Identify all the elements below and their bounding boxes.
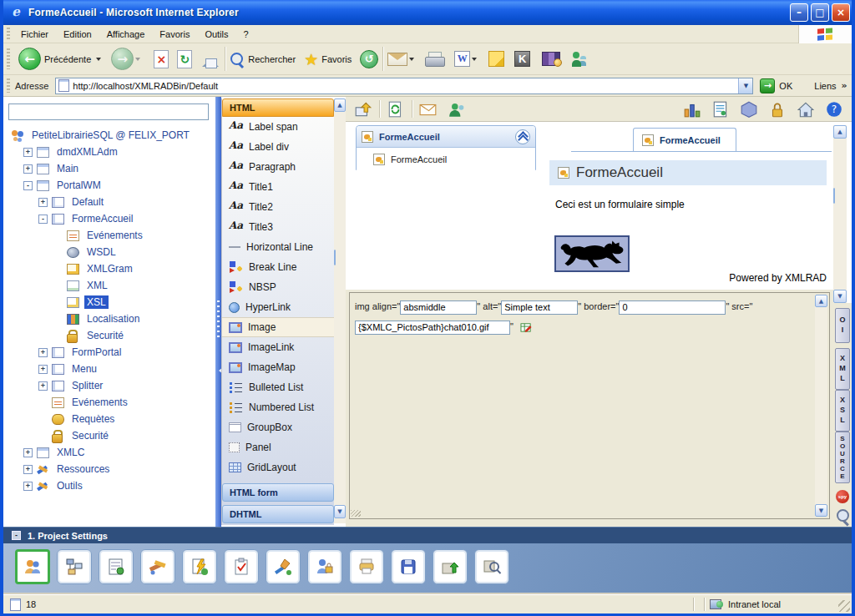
tree-filter-input[interactable] [8, 104, 209, 120]
print-button[interactable] [424, 52, 444, 67]
palette-item-bulleted-list[interactable]: Bulleted List [222, 377, 334, 397]
palette-item-image[interactable]: Image [222, 317, 334, 337]
tree-item-xmlgram[interactable]: XMLGram [3, 260, 215, 277]
palette-item-imagelink[interactable]: ImageLink [222, 337, 334, 357]
tree-item-xml[interactable]: XML [3, 277, 215, 294]
tab-formeaccueil[interactable]: FormeAccueil [633, 128, 736, 152]
tree-item-default[interactable]: +Default [3, 194, 215, 210]
messenger-icon[interactable] [572, 51, 589, 67]
collapse-icon[interactable]: - [38, 215, 48, 224]
scroll-up-icon[interactable] [833, 125, 847, 139]
zoom-icon[interactable] [835, 508, 850, 525]
palette-group-html-form[interactable]: HTML form [222, 483, 334, 502]
tree-item-xsl[interactable]: XSL [3, 294, 215, 311]
help-icon[interactable]: ? [825, 101, 843, 118]
word-dropdown-icon[interactable] [472, 58, 477, 63]
go-button[interactable]: → OK [760, 78, 792, 93]
expand-icon[interactable]: + [23, 448, 33, 457]
tree-item-main[interactable]: +Main [3, 160, 215, 177]
scroll-down-icon[interactable] [833, 290, 847, 303]
palette-item-groupbox[interactable]: GroupBox [222, 417, 334, 437]
tree-item-localisation[interactable]: Localisation [3, 311, 215, 327]
palette-item-title2[interactable]: Title2 [222, 197, 334, 217]
step-inspect-button[interactable] [474, 549, 509, 584]
tree-item-formportal[interactable]: +FormPortal [3, 344, 215, 361]
mail-dropdown-icon[interactable] [409, 58, 414, 63]
edit-word-button[interactable]: W [454, 51, 480, 67]
step-security-button[interactable] [307, 549, 342, 584]
scroll-thumb[interactable] [833, 188, 835, 204]
edit-attribute-icon[interactable] [520, 321, 533, 333]
expand-icon[interactable]: + [23, 465, 33, 474]
spy-icon[interactable]: spy [836, 490, 849, 503]
address-input[interactable] [73, 79, 738, 93]
expand-icon[interactable]: + [23, 164, 33, 174]
menu-fichier[interactable]: Fichier [13, 25, 56, 43]
step-generation-button[interactable] [182, 549, 217, 584]
tree-item-portalwm[interactable]: -PortalWM [3, 177, 215, 194]
view-tab-oi[interactable]: OI [835, 308, 850, 343]
view-tab-source[interactable]: SOURCE [835, 432, 850, 483]
expand-icon[interactable]: + [38, 348, 48, 357]
scroll-up-icon[interactable] [334, 98, 346, 112]
step-design-button[interactable] [266, 549, 301, 584]
project-settings-bar[interactable]: - 1. Project Settings [3, 527, 852, 543]
palette-item-hyperlink[interactable]: HyperLink [222, 297, 334, 317]
xml-report-icon[interactable] [711, 101, 730, 118]
palette-item-gridlayout[interactable]: GridLayout [222, 457, 334, 477]
tree-item-outils[interactable]: +Outils [3, 477, 215, 494]
tree-item-securite2[interactable]: Securité [3, 427, 215, 444]
pane-resize-grip[interactable] [351, 510, 361, 517]
scroll-down-icon[interactable] [815, 504, 827, 517]
step-deploy-button[interactable] [433, 549, 468, 584]
menu-outils[interactable]: Outils [197, 25, 235, 43]
favorites-button[interactable]: ★ Favoris [304, 50, 355, 68]
step-project-settings-button[interactable] [15, 549, 50, 584]
lock-icon[interactable] [768, 101, 787, 118]
expand-icon[interactable]: + [38, 381, 48, 391]
tree-item-evenements[interactable]: Evénements [3, 227, 215, 244]
tree-item-xmlc[interactable]: +XMLC [3, 444, 215, 461]
note-icon[interactable] [488, 51, 504, 67]
tree-item-splitter[interactable]: +Splitter [3, 377, 215, 394]
statistics-icon[interactable] [683, 101, 701, 118]
scroll-up-icon[interactable] [815, 295, 827, 307]
view-tab-xml[interactable]: XML [835, 348, 850, 390]
expand-icon[interactable]: + [38, 365, 48, 374]
tree-item-wsdl[interactable]: WSDL [3, 244, 215, 260]
palette-item-label-span[interactable]: Label span [222, 117, 334, 137]
hexagon-icon[interactable] [740, 101, 758, 118]
home-button[interactable] [200, 51, 220, 68]
forward-button[interactable]: → [111, 48, 144, 70]
back-dropdown-icon[interactable] [96, 58, 101, 63]
designer-scrollbar[interactable] [833, 125, 847, 303]
panel-splitter[interactable] [215, 97, 221, 527]
collapse-icon[interactable]: - [23, 181, 33, 190]
expand-icon[interactable]: + [23, 482, 33, 491]
maximize-button[interactable]: □ [811, 3, 829, 22]
src-input[interactable] [355, 321, 510, 335]
collapse-section-icon[interactable]: - [12, 531, 21, 540]
step-form-designer-button[interactable] [99, 549, 134, 584]
cat-image[interactable] [554, 235, 630, 272]
back-button[interactable]: ← Précédente [18, 48, 104, 70]
toolbar-grip[interactable] [7, 48, 10, 70]
palette-item-numbered-list[interactable]: Numbered List [222, 397, 334, 417]
palette-item-imagemap[interactable]: ImageMap [222, 357, 334, 377]
splitter-grip[interactable] [217, 300, 220, 341]
tree-item-dmdxmladm[interactable]: +dmdXMLAdm [3, 144, 215, 160]
palette-item-title3[interactable]: Title3 [222, 217, 334, 237]
structure-panel-item[interactable]: FormeAccueil [357, 148, 535, 170]
messenger-icon[interactable] [448, 101, 466, 118]
menu-favoris[interactable]: Favoris [152, 25, 197, 43]
palette-item-label-div[interactable]: Label div [222, 137, 334, 157]
mail-button[interactable] [387, 53, 417, 66]
tree-item-root[interactable]: PetiteLibrairieSQL @ FELIX_PORT [3, 127, 215, 144]
address-dropdown-icon[interactable]: ▼ [738, 78, 752, 93]
step-save-button[interactable] [391, 549, 426, 584]
history-button[interactable]: ↺ [360, 50, 378, 68]
align-input[interactable] [400, 300, 477, 315]
title-bar[interactable]: e FormeAccueil - Microsoft Internet Expl… [0, 0, 855, 25]
refresh-button[interactable]: ↻ [177, 50, 192, 68]
expand-icon[interactable]: + [38, 198, 48, 207]
